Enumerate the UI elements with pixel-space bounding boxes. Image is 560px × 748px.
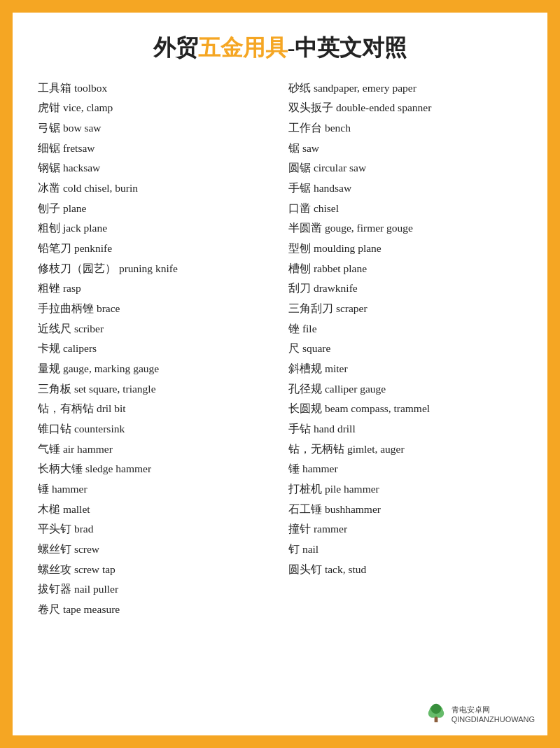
vocab-item: 虎钳 vice, clamp: [38, 98, 272, 118]
vocab-item: 型刨 moulding plane: [288, 239, 522, 259]
vocab-item: 钻，无柄钻 gimlet, auger: [288, 439, 522, 460]
vocab-item: 槽刨 rabbet plane: [288, 259, 522, 279]
vocab-item: 螺丝钉 screw: [38, 539, 272, 560]
vocab-item: 尺 square: [288, 339, 522, 359]
vocab-item: 锤 hammer: [38, 479, 272, 500]
right-column: 砂纸 sandpaper, emery paper双头扳子 double-end…: [288, 78, 522, 620]
vocab-item: 拔钉器 nail puller: [38, 579, 272, 600]
vocab-item: 木槌 mallet: [38, 500, 272, 520]
vocab-item: 撞针 rammer: [288, 519, 522, 539]
vocab-item: 冰凿 cold chisel, burin: [38, 178, 272, 199]
vocab-item: 长圆规 beam compass, trammel: [288, 399, 522, 419]
left-column: 工具箱 toolbox虎钳 vice, clamp弓锯 bow saw细锯 fr…: [38, 78, 272, 620]
vocab-item: 圆头钉 tack, stud: [288, 560, 522, 580]
vocab-item: 长柄大锤 sledge hammer: [38, 459, 272, 479]
vocab-item: 手钻 hand drill: [288, 419, 522, 439]
vocab-item: 石工锤 bushhammer: [288, 500, 522, 520]
vocab-item: 平头钉 brad: [38, 519, 272, 539]
title-part2: 五金用具: [198, 35, 288, 60]
vocab-item: 三角刮刀 scraper: [288, 299, 522, 319]
watermark-text: 青电安卓网 QINGDIANZHUOWANG: [451, 705, 535, 725]
vocab-item: 砂纸 sandpaper, emery paper: [288, 78, 522, 99]
vocab-item: 卷尺 tape measure: [38, 600, 272, 620]
vocab-item: 钉 nail: [288, 539, 522, 560]
tree-icon: [425, 703, 447, 726]
main-card: 外贸五金用具-中英文对照 工具箱 toolbox虎钳 vice, clamp弓锯…: [13, 13, 547, 735]
vocab-item: 孔径规 calliper gauge: [288, 379, 522, 400]
vocab-item: 锯 saw: [288, 139, 522, 159]
vocab-item: 工具箱 toolbox: [38, 78, 272, 99]
vocab-item: 气锤 air hammer: [38, 439, 272, 460]
vocab-item: 细锯 fretsaw: [38, 139, 272, 159]
vocab-item: 弓锯 bow saw: [38, 118, 272, 139]
vocab-item: 锥口钻 countersink: [38, 419, 272, 439]
vocab-item: 手锯 handsaw: [288, 178, 522, 199]
vocab-grid: 工具箱 toolbox虎钳 vice, clamp弓锯 bow saw细锯 fr…: [38, 78, 522, 620]
svg-point-4: [430, 704, 440, 714]
vocab-item: 钻，有柄钻 dril bit: [38, 399, 272, 419]
vocab-item: 工作台 bench: [288, 118, 522, 139]
vocab-item: 近线尺 scriber: [38, 319, 272, 339]
vocab-item: 修枝刀（园艺） pruning knife: [38, 259, 272, 279]
title-part1: 外贸: [153, 35, 198, 60]
vocab-item: 卡规 calipers: [38, 339, 272, 359]
vocab-item: 钢锯 hacksaw: [38, 158, 272, 178]
vocab-item: 圆锯 circular saw: [288, 158, 522, 178]
vocab-item: 刮刀 drawknife: [288, 278, 522, 299]
vocab-item: 半圆凿 gouge, firmer gouge: [288, 218, 522, 239]
vocab-item: 刨子 plane: [38, 199, 272, 219]
vocab-item: 手拉曲柄锉 brace: [38, 299, 272, 319]
vocab-item: 量规 gauge, marking gauge: [38, 359, 272, 379]
vocab-item: 双头扳子 double-ended spanner: [288, 98, 522, 118]
title-part3: -中英文对照: [288, 35, 407, 60]
vocab-item: 斜槽规 miter: [288, 359, 522, 379]
vocab-item: 粗锉 rasp: [38, 278, 272, 299]
vocab-item: 口凿 chisel: [288, 199, 522, 219]
vocab-item: 锤 hammer: [288, 459, 522, 479]
vocab-item: 锉 file: [288, 319, 522, 339]
vocab-item: 螺丝攻 screw tap: [38, 560, 272, 580]
vocab-item: 打桩机 pile hammer: [288, 479, 522, 500]
watermark: 青电安卓网 QINGDIANZHUOWANG: [425, 703, 535, 726]
vocab-item: 三角板 set square, triangle: [38, 379, 272, 400]
vocab-item: 铅笔刀 penknife: [38, 239, 272, 259]
vocab-item: 粗刨 jack plane: [38, 218, 272, 239]
page-title: 外贸五金用具-中英文对照: [38, 34, 522, 63]
svg-rect-1: [434, 717, 438, 722]
